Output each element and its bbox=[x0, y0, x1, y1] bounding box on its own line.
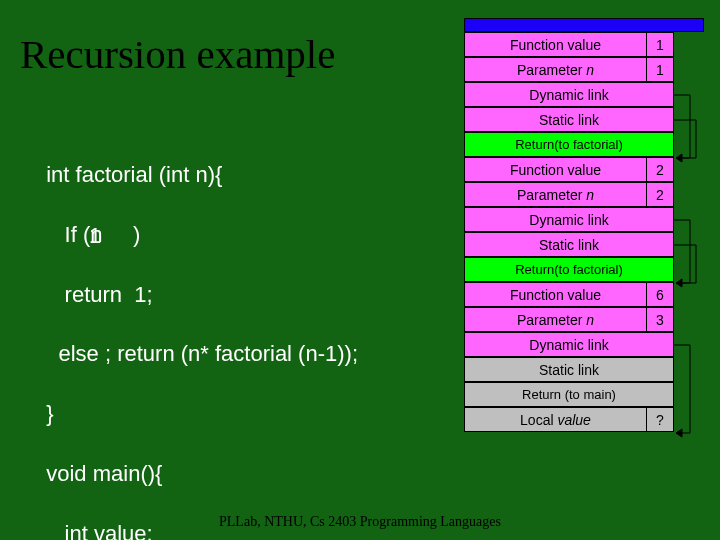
code-line: int factorial (int n){ bbox=[46, 162, 222, 187]
fv-label: Function value bbox=[510, 37, 601, 53]
frame-function-value: Function value 6 bbox=[464, 282, 704, 307]
stack-top-bar bbox=[464, 18, 704, 32]
stat-label: Static link bbox=[464, 232, 674, 257]
lv-value: ? bbox=[646, 407, 674, 432]
frame-static-link: Static link bbox=[464, 232, 704, 257]
frame-return: Return (to main) bbox=[464, 382, 704, 407]
lv-label: Local bbox=[520, 412, 553, 428]
frame-function-value: Function value 2 bbox=[464, 157, 704, 182]
ret-label: Return(to factorial) bbox=[464, 257, 674, 282]
pn-name: n bbox=[586, 187, 594, 203]
pn-label: Parameter bbox=[517, 312, 582, 328]
dyn-label: Dynamic link bbox=[464, 332, 674, 357]
lv-name: value bbox=[557, 412, 590, 428]
frame-parameter: Parameter n 2 bbox=[464, 182, 704, 207]
code-line: return 1; bbox=[46, 282, 152, 307]
code-line: void main(){ bbox=[46, 461, 162, 486]
code-line: } bbox=[46, 401, 53, 426]
slide-footer: PLLab, NTHU, Cs 2403 Programming Languag… bbox=[0, 514, 720, 530]
slide-title: Recursion example bbox=[20, 30, 335, 78]
frame-parameter: Parameter n 3 bbox=[464, 307, 704, 332]
pn-value: 2 bbox=[646, 182, 674, 207]
stat-label: Static link bbox=[464, 357, 674, 382]
code-line: else ; return (n* factorial (n-1)); bbox=[46, 341, 358, 366]
frame-dynamic-link: Dynamic link bbox=[464, 332, 704, 357]
code-block: int factorial (int n){ If (n ) return 1;… bbox=[34, 130, 358, 540]
fv-value: 2 bbox=[646, 157, 674, 182]
frame-function-value: Function value 1 bbox=[464, 32, 704, 57]
dyn-label: Dynamic link bbox=[464, 207, 674, 232]
frame-dynamic-link: Dynamic link bbox=[464, 82, 704, 107]
frame-return: Return(to factorial) bbox=[464, 132, 704, 157]
pn-name: n bbox=[586, 62, 594, 78]
frame-parameter: Parameter n 1 bbox=[464, 57, 704, 82]
main-local-value: Local value ? bbox=[464, 407, 704, 432]
fv-value: 6 bbox=[646, 282, 674, 307]
stat-label: Static link bbox=[464, 107, 674, 132]
pn-label: Parameter bbox=[517, 187, 582, 203]
pn-value: 3 bbox=[646, 307, 674, 332]
fv-label: Function value bbox=[510, 287, 601, 303]
pn-name: n bbox=[586, 312, 594, 328]
fv-value: 1 bbox=[646, 32, 674, 57]
pn-value: 1 bbox=[646, 57, 674, 82]
pn-label: Parameter bbox=[517, 62, 582, 78]
call-stack: Function value 1 Parameter n 1 Dynamic l… bbox=[464, 18, 704, 432]
ret-label: Return (to main) bbox=[464, 382, 674, 407]
frame-static-link: Static link bbox=[464, 107, 704, 132]
code-overlay-1: 1 bbox=[89, 221, 101, 251]
frame-static-link: Static link bbox=[464, 357, 704, 382]
dyn-label: Dynamic link bbox=[464, 82, 674, 107]
frame-dynamic-link: Dynamic link bbox=[464, 207, 704, 232]
frame-return: Return(to factorial) bbox=[464, 257, 704, 282]
fv-label: Function value bbox=[510, 162, 601, 178]
ret-label: Return(to factorial) bbox=[464, 132, 674, 157]
